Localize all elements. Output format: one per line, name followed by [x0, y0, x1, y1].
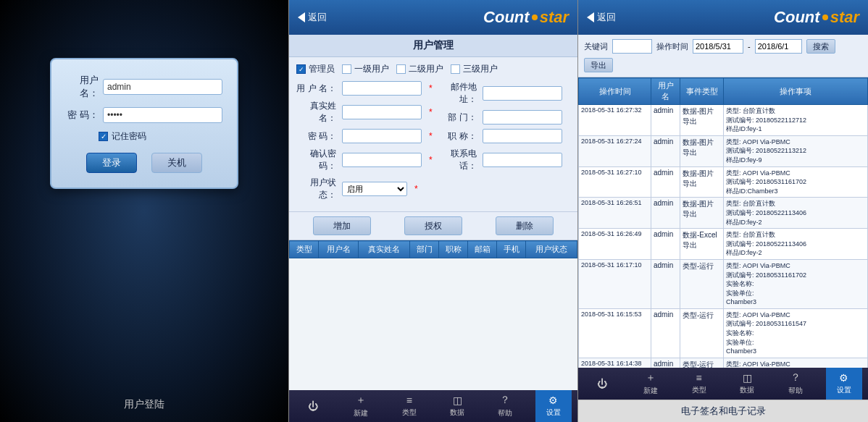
esig-logo-count: Count: [774, 8, 820, 27]
authorize-button[interactable]: 授权: [404, 216, 462, 235]
form-status-select[interactable]: 启用 禁用: [342, 182, 407, 196]
role-level3-checkbox[interactable]: [451, 64, 460, 74]
log-detail-cell: 类型: AOPI Via-PBMC测试编号: 20180531161702样品I…: [724, 166, 868, 198]
esig-panel: 返回 Count star 关键词 操作时间 - 搜索 导出 操作时间: [578, 0, 868, 422]
form-realname-input[interactable]: [342, 105, 422, 119]
user-back-button[interactable]: 返回: [298, 11, 327, 24]
col-username: 用户名: [319, 241, 359, 258]
form-password-label: 密 码：: [296, 130, 336, 143]
form-confirm-input[interactable]: [342, 153, 422, 167]
login-button[interactable]: 登录: [86, 153, 137, 173]
toolbar-help-btn[interactable]: ？ 帮助: [487, 390, 523, 422]
esig-logo: Count star: [774, 8, 859, 27]
role-level1-checkbox[interactable]: [342, 64, 351, 74]
date-separator: -: [748, 42, 751, 51]
role-level1-label: 一级用户: [354, 63, 389, 75]
dept-form-row: 部 门：: [437, 110, 570, 125]
toolbar-new-label: 新建: [354, 408, 368, 418]
remember-row: 记住密码: [99, 130, 222, 143]
log-time-cell: 2018-05-31 16:14:38: [579, 358, 651, 368]
delete-button[interactable]: 删除: [496, 216, 554, 235]
toolbar-power-btn[interactable]: ⏻: [295, 390, 331, 422]
remember-checkbox[interactable]: [99, 132, 108, 141]
esig-toolbar-type-btn[interactable]: ≡ 类型: [681, 368, 717, 400]
esig-back-button[interactable]: 返回: [587, 11, 616, 24]
toolbar-data-btn[interactable]: ◫ 数据: [439, 390, 475, 422]
power-icon: ⏻: [308, 400, 318, 412]
esig-back-arrow-icon: [587, 12, 594, 22]
col-status: 用户状态: [526, 241, 577, 258]
form-password-input[interactable]: [342, 129, 422, 143]
form-status-label: 用户状态：: [296, 177, 336, 201]
form-title-input[interactable]: [483, 129, 562, 143]
esig-toolbar-settings-btn[interactable]: ⚙ 设置: [826, 368, 862, 400]
role-level2[interactable]: 二级用户: [396, 63, 443, 75]
role-level2-checkbox[interactable]: [396, 64, 406, 74]
realname-form-row: 真实姓名： *: [296, 100, 433, 125]
phone-form-row: 联系电话：: [437, 148, 570, 172]
log-time-cell: 2018-05-31 16:26:49: [579, 229, 651, 260]
col-realname: 真实姓名: [359, 241, 410, 258]
log-detail-cell: 类型: 台阶直计数测试编号: 20180522113406样品ID:fey-2: [724, 198, 868, 229]
toolbar-new-btn[interactable]: ＋ 新建: [343, 390, 379, 422]
role-level1[interactable]: 一级用户: [342, 63, 389, 75]
form-email-input[interactable]: [483, 86, 562, 101]
export-button[interactable]: 导出: [584, 58, 613, 72]
username-label: 用户名：: [66, 74, 99, 100]
log-event-cell: 数据-图片导出: [680, 135, 724, 166]
new-icon: ＋: [356, 394, 366, 407]
date-to-input[interactable]: [755, 39, 802, 54]
esig-toolbar-type-label: 类型: [692, 385, 706, 395]
user-form: 管理员 一级用户 二级用户 三级用户 用: [289, 57, 577, 212]
login-buttons: 登录 关机: [66, 153, 222, 173]
password-input[interactable]: [103, 107, 222, 123]
esig-toolbar-new-btn[interactable]: ＋ 新建: [633, 368, 669, 400]
role-level3[interactable]: 三级用户: [451, 63, 498, 75]
col-type: 类型: [290, 241, 319, 258]
username-input[interactable]: [103, 79, 222, 95]
esig-caption: 电子签名和电子记录: [578, 400, 868, 422]
role-admin-checkbox[interactable]: [296, 64, 306, 74]
help-icon: ？: [500, 394, 510, 407]
username-field-row: 用户名：: [66, 74, 222, 100]
esig-toolbar-help-btn[interactable]: ？ 帮助: [777, 368, 814, 400]
date-from-input[interactable]: [693, 39, 743, 54]
search-button[interactable]: 搜索: [806, 39, 835, 54]
esig-toolbar-new-label: 新建: [643, 386, 658, 396]
role-admin[interactable]: 管理员: [296, 63, 335, 75]
log-user-cell: admin: [651, 198, 680, 229]
log-time-cell: 2018-05-31 16:27:32: [579, 105, 651, 136]
form-confirm-label: 确认密码：: [296, 148, 336, 172]
add-button[interactable]: 增加: [313, 216, 371, 235]
login-panel: 用户名： 密 码： 记住密码 登录 关机 用户登陆: [0, 0, 288, 422]
type-icon: ≡: [406, 394, 412, 406]
col-email: 邮箱: [468, 241, 497, 258]
esig-back-label: 返回: [597, 11, 616, 24]
form-email-label: 邮件地址：: [437, 81, 477, 106]
esig-toolbar-power-btn[interactable]: ⏻: [584, 368, 620, 400]
col-title: 职称: [439, 241, 468, 258]
log-col-time: 操作时间: [579, 78, 651, 105]
esig-toolbar-data-btn[interactable]: ◫ 数据: [729, 368, 765, 400]
form-username-input[interactable]: [342, 81, 422, 96]
log-event-cell: 类型-运行: [680, 308, 724, 358]
esig-table-container: 操作时间 用户名 事件类型 操作事项 2018-05-31 16:27:32 a…: [578, 77, 868, 368]
log-table-header-row: 操作时间 用户名 事件类型 操作事项: [579, 78, 868, 105]
log-event-cell: 数据-图片导出: [680, 105, 724, 136]
esig-data-icon: ◫: [743, 372, 752, 384]
form-phone-input[interactable]: [483, 153, 562, 167]
toolbar-settings-btn[interactable]: ⚙ 设置: [535, 390, 572, 422]
esig-toolbar-data-label: 数据: [740, 385, 754, 395]
log-user-cell: admin: [651, 135, 680, 166]
form-dept-input[interactable]: [483, 110, 562, 125]
user-section-title: 用户管理: [289, 35, 577, 57]
log-event-cell: 数据-图片导出: [680, 198, 724, 229]
role-admin-label: 管理员: [309, 63, 335, 75]
keyword-input[interactable]: [612, 39, 652, 54]
user-table-container: 类型 用户名 真实姓名 部门 职称 邮箱 手机 用户状态: [289, 240, 577, 390]
log-user-cell: admin: [651, 259, 680, 308]
close-button[interactable]: 关机: [151, 153, 202, 173]
user-bottom-toolbar: ⏻ ＋ 新建 ≡ 类型 ◫ 数据 ？ 帮助 ⚙ 设置: [289, 390, 577, 422]
toolbar-type-btn[interactable]: ≡ 类型: [391, 390, 427, 422]
username-form-row: 用 户 名： *: [296, 81, 433, 96]
